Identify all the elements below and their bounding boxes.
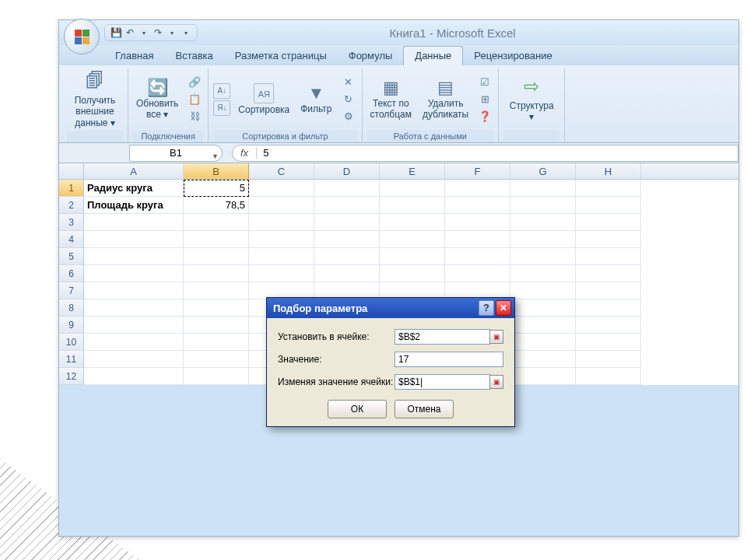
- save-icon[interactable]: 💾: [110, 26, 122, 39]
- cell[interactable]: [510, 368, 576, 385]
- cell[interactable]: [84, 317, 184, 334]
- cell[interactable]: [576, 214, 641, 231]
- connections-icon[interactable]: 🔗: [186, 75, 203, 90]
- tab-разметка страницы[interactable]: Разметка страницы: [224, 47, 338, 65]
- cell[interactable]: [510, 317, 576, 334]
- tab-вставка[interactable]: Вставка: [164, 47, 223, 65]
- cell[interactable]: [184, 282, 249, 299]
- cell[interactable]: [510, 334, 576, 351]
- row-header[interactable]: 7: [59, 282, 84, 299]
- cell[interactable]: [576, 180, 641, 197]
- cell[interactable]: [576, 351, 641, 368]
- cell[interactable]: [445, 180, 510, 197]
- cell[interactable]: [314, 265, 380, 282]
- select-all-corner[interactable]: [59, 163, 84, 179]
- cell[interactable]: [576, 334, 641, 351]
- fx-icon[interactable]: fx: [233, 147, 257, 159]
- cell[interactable]: [84, 282, 184, 299]
- cell[interactable]: [510, 282, 576, 299]
- cell[interactable]: [249, 265, 314, 282]
- cell[interactable]: [510, 231, 576, 248]
- cell[interactable]: [314, 248, 380, 265]
- cell[interactable]: [249, 197, 314, 214]
- get-external-data-button[interactable]: 🗐 Получить внешние данные ▾: [67, 72, 123, 128]
- cell[interactable]: [184, 368, 249, 385]
- cell[interactable]: [249, 231, 314, 248]
- consolidate-icon[interactable]: ⊞: [476, 92, 493, 107]
- cell[interactable]: [84, 334, 184, 351]
- row-header[interactable]: 9: [59, 317, 84, 334]
- cell[interactable]: [510, 351, 576, 368]
- refresh-all-button[interactable]: 🔄 Обновить все ▾: [133, 76, 181, 122]
- dropdown-icon[interactable]: ▾: [166, 26, 178, 39]
- cell[interactable]: Площадь круга: [84, 197, 184, 214]
- cell[interactable]: [84, 248, 184, 265]
- row-header[interactable]: 6: [59, 265, 84, 282]
- column-header[interactable]: D: [314, 163, 380, 179]
- ok-button[interactable]: ОК: [328, 400, 387, 418]
- office-button[interactable]: [64, 19, 100, 54]
- sort-desc-icon[interactable]: Я↓: [213, 100, 230, 116]
- redo-icon[interactable]: ↷: [152, 26, 164, 39]
- sort-button[interactable]: АЯ Сортировка: [235, 82, 293, 117]
- column-header[interactable]: B: [184, 163, 249, 179]
- row-header[interactable]: 1: [59, 180, 84, 197]
- properties-icon[interactable]: 📋: [186, 92, 203, 107]
- row-header[interactable]: 2: [59, 197, 84, 214]
- cell[interactable]: [380, 231, 445, 248]
- cell[interactable]: [510, 214, 576, 231]
- cell[interactable]: [184, 231, 249, 248]
- close-button[interactable]: ✕: [496, 300, 511, 316]
- cell[interactable]: [380, 197, 445, 214]
- tab-данные[interactable]: Данные: [403, 46, 463, 65]
- cell[interactable]: [576, 368, 641, 385]
- clear-filter-icon[interactable]: ✕: [340, 75, 357, 90]
- cell[interactable]: [576, 197, 641, 214]
- remove-duplicates-button[interactable]: ▤ Удалить дубликаты: [419, 76, 472, 122]
- cell[interactable]: [249, 180, 314, 197]
- reapply-icon[interactable]: ↻: [340, 92, 357, 107]
- changing-cell-input[interactable]: $B$1|: [395, 374, 490, 390]
- edit-links-icon[interactable]: ⛓: [186, 109, 203, 124]
- row-header[interactable]: 3: [59, 214, 84, 231]
- whatif-icon[interactable]: ❓: [476, 109, 493, 124]
- row-header[interactable]: 10: [59, 334, 84, 351]
- formula-input[interactable]: 5: [257, 147, 275, 159]
- cell[interactable]: [380, 265, 445, 282]
- cell[interactable]: [184, 248, 249, 265]
- value-input[interactable]: 17: [395, 352, 503, 367]
- chevron-down-icon[interactable]: ▼: [212, 149, 219, 164]
- column-header[interactable]: H: [576, 163, 641, 179]
- set-cell-input[interactable]: $B$2: [395, 329, 490, 345]
- advanced-icon[interactable]: ⚙: [340, 109, 357, 124]
- structure-button[interactable]: ⇨ Структура ▾: [503, 72, 559, 128]
- cell[interactable]: [380, 180, 445, 197]
- cell[interactable]: [445, 231, 510, 248]
- cell[interactable]: [576, 299, 641, 317]
- cell[interactable]: [314, 231, 380, 248]
- range-picker-icon[interactable]: ▣: [489, 375, 503, 389]
- cell[interactable]: [445, 265, 510, 282]
- sort-asc-icon[interactable]: A↓: [213, 83, 230, 99]
- cell[interactable]: Радиус круга: [84, 180, 184, 197]
- cell[interactable]: [576, 282, 641, 299]
- cell[interactable]: [510, 265, 576, 282]
- cell[interactable]: [510, 197, 576, 214]
- cell[interactable]: [84, 299, 184, 317]
- cell[interactable]: [184, 214, 249, 231]
- cell[interactable]: [445, 214, 510, 231]
- cell[interactable]: [380, 214, 445, 231]
- cell[interactable]: 5: [184, 180, 249, 197]
- cell[interactable]: [576, 248, 641, 265]
- cell[interactable]: [184, 317, 249, 334]
- row-header[interactable]: 8: [59, 299, 84, 317]
- cell[interactable]: [249, 214, 314, 231]
- tab-главная[interactable]: Главная: [104, 47, 164, 65]
- cell[interactable]: [84, 214, 184, 231]
- cell[interactable]: [184, 334, 249, 351]
- tab-рецензирование[interactable]: Рецензирование: [463, 47, 563, 65]
- cell[interactable]: [249, 248, 314, 265]
- range-picker-icon[interactable]: ▣: [489, 330, 503, 344]
- cell[interactable]: [184, 351, 249, 368]
- cell[interactable]: 78,5: [184, 197, 249, 214]
